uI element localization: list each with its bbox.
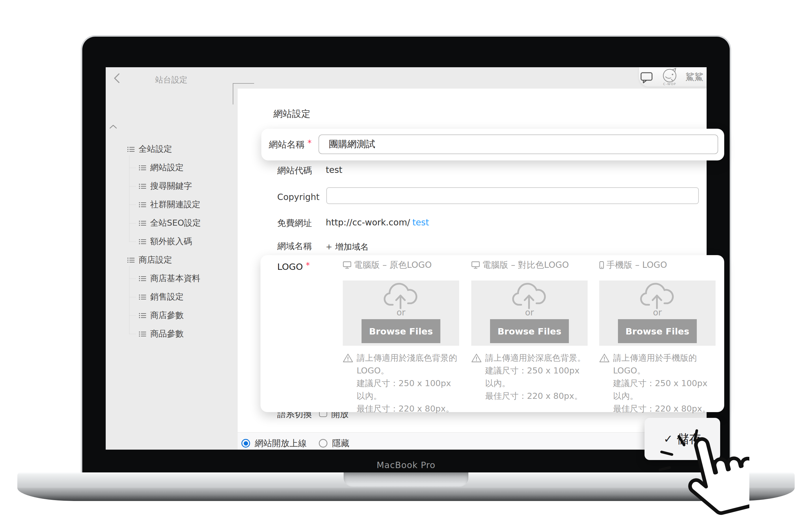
sidebar-item-search-keywords[interactable]: 搜尋關鍵字: [129, 177, 237, 195]
radio-site-online[interactable]: [241, 439, 250, 448]
hint-line: 最佳尺寸：220 x 80px。: [485, 390, 588, 402]
sidebar-item-label: 搜尋關鍵字: [150, 180, 192, 192]
free-url-label: 免費網址: [277, 217, 312, 229]
sidebar-item-label: 網站設定: [150, 162, 184, 174]
logo-dropzone[interactable]: or Browse Files: [343, 280, 459, 346]
sidebar-item-seo-settings[interactable]: 全站SEO設定: [129, 214, 237, 232]
cloud-upload-icon: [636, 280, 679, 309]
sidebar-group-label: 全站設定: [139, 144, 172, 155]
sidebar-collapse-button[interactable]: [109, 124, 117, 130]
shark-logo-icon: C-WOP: [657, 68, 683, 86]
phone-icon: [599, 261, 604, 269]
plus-icon: +: [326, 242, 332, 251]
macbook-model-label: MacBook Pro: [81, 460, 731, 470]
warning-icon: [471, 353, 482, 363]
chat-button[interactable]: [640, 71, 654, 83]
sidebar-menu: 全站設定 網站設定 搜尋關鍵字 社群關連設定 全站SEO設定: [127, 140, 237, 343]
sidebar-subgroup: 網站設定 搜尋關鍵字 社群關連設定 全站SEO設定 額外嵌入碼: [129, 158, 237, 251]
sidebar-item-sales-settings[interactable]: 銷售設定: [129, 288, 237, 306]
page-title: 站台設定: [137, 74, 206, 85]
brand-logo[interactable]: C-WOP: [657, 68, 683, 86]
browse-files-button[interactable]: Browse Files: [618, 319, 697, 343]
brand-sub-text: C-WOP: [663, 82, 676, 86]
list-icon: [139, 165, 146, 171]
sidebar-item-product-params[interactable]: 商品參數: [129, 325, 237, 343]
sidebar-item-label: 銷售設定: [150, 291, 184, 303]
site-code-value: test: [326, 165, 343, 175]
or-text: or: [397, 308, 405, 317]
free-url-prefix: http://cc-work.com/: [326, 217, 410, 227]
sidebar-item-label: 全站SEO設定: [150, 217, 201, 229]
free-url-link[interactable]: test: [412, 217, 429, 227]
add-domain-button[interactable]: +增加域名: [326, 241, 369, 253]
sidebar-item-social-settings[interactable]: 社群關連設定: [129, 195, 237, 214]
sidebar-group-store[interactable]: 商店設定: [127, 251, 237, 269]
list-icon: [127, 257, 135, 263]
logo-column-header: 電腦版 – 對比色LOGO: [471, 259, 569, 271]
cloud-upload-icon: [508, 280, 551, 309]
required-asterisk: *: [306, 261, 310, 270]
site-code-label: 網站代碼: [277, 165, 312, 177]
hint-line: 最佳尺寸：220 x 80px。: [613, 402, 716, 415]
list-icon: [139, 239, 146, 245]
logo-column-mobile: 手機版 – LOGO or Browse Files 請上傳適用於手機: [599, 255, 716, 412]
status-footer: 網站開放上線 隱藏: [238, 432, 706, 450]
monitor-icon: [343, 261, 351, 269]
logo-hint: 請上傳適用於淺底色背景的LOGO。 建議尺寸：250 x 100px 以內。 最…: [343, 352, 459, 415]
app-header: C-WOP 鯊鯊: [639, 67, 706, 87]
warning-icon: [599, 353, 610, 363]
brand-name: 鯊鯊: [686, 71, 704, 83]
sidebar-group-label: 商店設定: [139, 254, 172, 266]
logo-dropzone[interactable]: or Browse Files: [471, 280, 588, 346]
hint-line: 建議尺寸：250 x 100px 以內。: [357, 377, 459, 402]
logo-hint: 請上傳適用於深底色背景。 建議尺寸：250 x 100px 以內。 最佳尺寸：2…: [471, 352, 588, 402]
sidebar-item-label: 額外嵌入碼: [150, 236, 192, 247]
chat-bubble-icon: [640, 71, 654, 83]
list-icon: [139, 220, 146, 226]
hand-cursor-illustration: [651, 427, 749, 516]
sidebar-group-sitewide[interactable]: 全站設定: [127, 140, 237, 158]
logo-dropzone[interactable]: or Browse Files: [599, 280, 716, 346]
hint-line: 最佳尺寸：220 x 80px。: [357, 402, 459, 415]
browse-files-button[interactable]: Browse Files: [490, 319, 569, 343]
hint-line: 請上傳適用於深底色背景。: [485, 352, 588, 364]
or-text: or: [653, 308, 662, 317]
list-icon: [127, 146, 135, 152]
macbook-deck-notch: [344, 473, 468, 487]
sidebar-item-label: 社群關連設定: [150, 199, 200, 210]
sidebar-item-label: 商店參數: [150, 310, 184, 321]
logo-column-desktop-contrast: 電腦版 – 對比色LOGO or Browse Files 請上傳適用: [471, 255, 588, 412]
sidebar-item-store-params[interactable]: 商店參數: [129, 306, 237, 325]
radio-hidden-label: 隱藏: [332, 437, 349, 449]
cloud-upload-icon: [379, 280, 423, 309]
site-name-input[interactable]: [319, 134, 718, 154]
hint-text: 請上傳適用於淺底色背景的LOGO。 建議尺寸：250 x 100px 以內。 最…: [357, 352, 459, 415]
radio-site-hidden[interactable]: [319, 439, 327, 448]
list-icon: [139, 276, 146, 282]
logo-column-title: 手機版 – LOGO: [606, 259, 667, 271]
warning-icon: [343, 353, 353, 363]
back-button[interactable]: [113, 73, 122, 85]
pointer-hand-icon: [651, 427, 749, 515]
sidebar-subgroup: 商店基本資料 銷售設定 商店參數 商品參數: [129, 269, 237, 343]
sidebar-item-label: 商店基本資料: [150, 273, 200, 284]
logo-label: LOGO*: [277, 262, 310, 272]
list-icon: [139, 312, 146, 318]
hint-line: 建議尺寸：250 x 100px 以內。: [613, 377, 716, 402]
sidebar-item-website-settings[interactable]: 網站設定: [129, 158, 237, 177]
hint-line: 建議尺寸：250 x 100px 以內。: [485, 364, 588, 390]
site-name-label-text: 網站名稱: [269, 139, 304, 150]
sidebar-item-store-basic-info[interactable]: 商店基本資料: [129, 269, 237, 288]
sidebar-item-extra-embed[interactable]: 額外嵌入碼: [129, 232, 237, 251]
site-name-callout-card: 網站名稱*: [261, 129, 724, 160]
list-icon: [139, 202, 146, 208]
list-icon: [139, 331, 146, 337]
browse-files-button[interactable]: Browse Files: [361, 319, 440, 343]
logo-callout-card: LOGO* 電腦版 – 原色LOGO or Browse Files: [260, 255, 724, 412]
list-icon: [139, 183, 146, 189]
monitor-icon: [471, 261, 480, 269]
or-text: or: [525, 308, 534, 317]
chevron-up-icon: [109, 124, 117, 129]
logo-label-text: LOGO: [277, 262, 303, 272]
copyright-input[interactable]: [326, 187, 699, 204]
